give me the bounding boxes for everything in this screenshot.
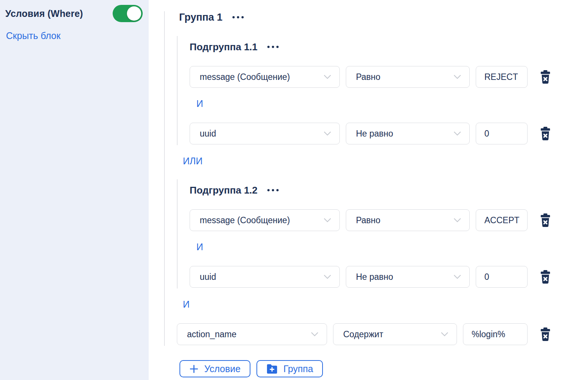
condition-row: action_name Содержит %login%: [177, 323, 588, 345]
condition-row: message (Сообщение) Равно ACCEPT: [190, 209, 588, 231]
and-connector[interactable]: И: [196, 98, 588, 109]
operator-select[interactable]: Не равно: [346, 266, 470, 288]
group-menu-ellipsis-icon[interactable]: [232, 15, 244, 20]
field-select-value: action_name: [187, 329, 237, 339]
trash-icon: [540, 270, 551, 284]
chevron-down-icon: [454, 218, 461, 222]
field-select[interactable]: uuid: [190, 266, 340, 288]
folder-plus-icon: [266, 364, 278, 374]
trash-icon: [540, 127, 551, 141]
subgroup-1-1: Подгруппа 1.1 message (Сообщение) Равно …: [177, 36, 588, 145]
subgroup-title: Подгруппа 1.1: [190, 41, 258, 53]
field-select[interactable]: message (Сообщение): [190, 66, 340, 88]
delete-condition-button[interactable]: [540, 327, 551, 341]
operator-select[interactable]: Равно: [346, 66, 470, 88]
operator-select-value: Не равно: [356, 272, 393, 282]
value-input[interactable]: 0: [476, 123, 528, 144]
delete-condition-button[interactable]: [540, 127, 551, 141]
chevron-down-icon: [454, 75, 461, 79]
field-select-value: message (Сообщение): [200, 215, 290, 225]
group-header: Группа 1: [179, 11, 588, 23]
condition-group-1: Группа 1 Подгруппа 1.1 message (Сообщени…: [164, 11, 588, 346]
builder-actions: Условие Группа: [179, 360, 588, 377]
delete-condition-button[interactable]: [540, 270, 551, 284]
hide-block-link[interactable]: Скрыть блок: [6, 30, 60, 41]
operator-select-value: Содержит: [343, 329, 383, 339]
trash-icon: [540, 327, 551, 341]
field-select-value: uuid: [200, 272, 216, 282]
group-title: Группа 1: [179, 11, 223, 23]
subgroup-header: Подгруппа 1.2: [190, 185, 588, 196]
trash-icon: [540, 213, 551, 227]
delete-condition-button[interactable]: [540, 70, 551, 84]
operator-select[interactable]: Не равно: [346, 123, 470, 144]
field-select[interactable]: uuid: [190, 123, 340, 144]
add-condition-button[interactable]: Условие: [179, 360, 250, 377]
where-block-toggle[interactable]: [113, 5, 143, 22]
operator-select[interactable]: Равно: [346, 209, 470, 231]
subgroup-title: Подгруппа 1.2: [190, 185, 258, 196]
trash-icon: [540, 70, 551, 84]
field-select[interactable]: message (Сообщение): [190, 209, 340, 231]
or-connector[interactable]: ИЛИ: [183, 156, 588, 167]
chevron-down-icon: [324, 275, 331, 279]
add-group-label: Группа: [283, 363, 313, 374]
field-select-value: uuid: [200, 129, 216, 139]
sidebar-header: Условия (Where): [5, 5, 143, 22]
chevron-down-icon: [311, 332, 318, 336]
and-connector[interactable]: И: [196, 242, 588, 252]
condition-row: message (Сообщение) Равно REJECT: [190, 66, 588, 88]
and-connector[interactable]: И: [183, 299, 588, 310]
delete-condition-button[interactable]: [540, 213, 551, 227]
field-select[interactable]: action_name: [177, 323, 327, 345]
add-condition-label: Условие: [204, 363, 241, 374]
add-group-button[interactable]: Группа: [256, 360, 323, 377]
field-select-value: message (Сообщение): [200, 72, 290, 82]
subgroup-header: Подгруппа 1.1: [190, 41, 588, 53]
chevron-down-icon: [324, 131, 331, 136]
subgroup-menu-ellipsis-icon[interactable]: [267, 44, 279, 50]
value-input[interactable]: REJECT: [476, 66, 528, 88]
chevron-down-icon: [324, 218, 331, 222]
operator-select[interactable]: Содержит: [333, 323, 457, 345]
operator-select-value: Равно: [356, 72, 380, 82]
condition-row: uuid Не равно 0: [190, 123, 588, 144]
condition-row: uuid Не равно 0: [190, 266, 588, 288]
value-input[interactable]: %login%: [463, 323, 528, 345]
value-input[interactable]: ACCEPT: [476, 209, 528, 231]
conditions-sidebar: Условия (Where) Скрыть блок: [0, 0, 149, 380]
chevron-down-icon: [454, 275, 461, 279]
toggle-knob-icon: [127, 6, 141, 21]
chevron-down-icon: [441, 332, 448, 336]
block-title: Условия (Where): [5, 8, 83, 19]
subgroup-1-2: Подгруппа 1.2 message (Сообщение) Равно …: [177, 179, 588, 288]
plus-icon: [189, 364, 199, 374]
conditions-where-screen: Условия (Where) Скрыть блок Группа 1 Под…: [0, 0, 588, 380]
chevron-down-icon: [454, 131, 461, 136]
value-input[interactable]: 0: [476, 266, 528, 288]
query-builder-panel: Группа 1 Подгруппа 1.1 message (Сообщени…: [149, 0, 588, 380]
chevron-down-icon: [324, 75, 331, 79]
operator-select-value: Не равно: [356, 129, 393, 139]
subgroup-menu-ellipsis-icon[interactable]: [267, 188, 279, 193]
operator-select-value: Равно: [356, 215, 380, 225]
